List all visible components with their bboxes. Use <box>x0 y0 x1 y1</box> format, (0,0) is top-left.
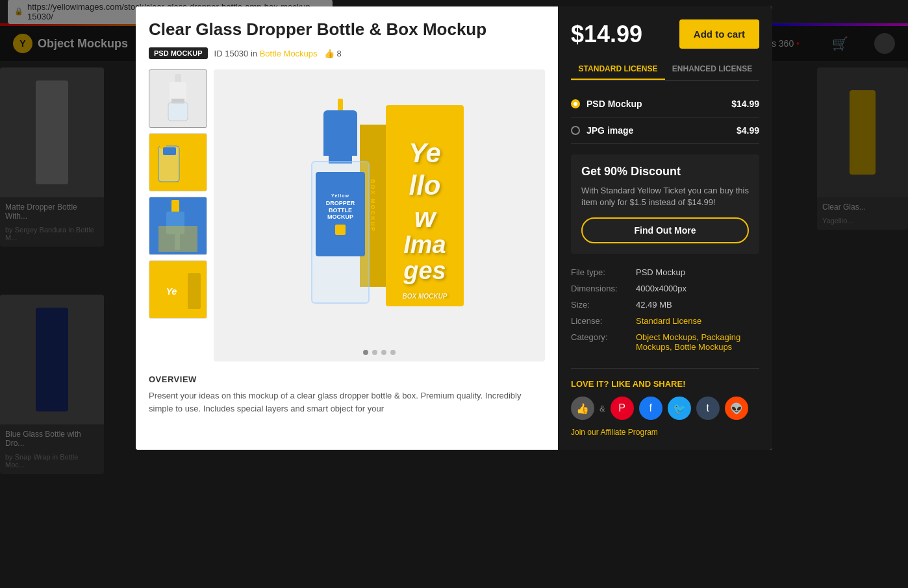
thumbnail-2[interactable] <box>149 133 207 191</box>
psd-badge: PSD MOCKUP <box>149 47 208 59</box>
discount-section: Get 90% Discount With Standard Yellow Ti… <box>571 154 759 254</box>
file-type-label: File type: <box>571 267 636 277</box>
license-value[interactable]: Standard License <box>636 316 701 326</box>
affiliate-program-link[interactable]: Affiliate Program <box>600 428 657 437</box>
find-out-more-button[interactable]: Find Out More <box>581 217 749 243</box>
reddit-button[interactable]: 👽 <box>725 397 748 420</box>
psd-mockup-option[interactable]: PSD Mockup $14.99 <box>571 91 759 117</box>
carousel-dot-3[interactable] <box>381 350 386 355</box>
love-section: LOVE IT? LIKE AND SHARE! 👍 & P f 🐦 t 👽 J… <box>571 368 759 437</box>
size-row: Size: 42.49 MB <box>571 297 759 313</box>
svg-rect-3 <box>168 103 188 121</box>
dimensions-value: 4000x4000px <box>636 284 687 293</box>
svg-text:Ye: Ye <box>409 138 441 168</box>
dropper-bottle: Yellow DROPPERBOTTLEMOCKUP <box>295 99 386 339</box>
overview-title: OVERVIEW <box>149 374 545 384</box>
svg-rect-7 <box>163 147 176 155</box>
psd-option-price: $14.99 <box>731 99 759 109</box>
discount-text: With Standard Yellow Ticket you can buy … <box>581 185 749 208</box>
dimensions-label: Dimensions: <box>571 284 636 293</box>
size-value: 42.49 MB <box>636 300 672 310</box>
product-modal: Clear Glass Dropper Bottle & Box Mockup … <box>136 6 772 450</box>
jpg-option-left: JPG image <box>571 125 633 136</box>
file-type-value: PSD Mockup <box>636 267 685 277</box>
social-buttons: 👍 & P f 🐦 t 👽 <box>571 397 759 420</box>
svg-rect-4 <box>178 140 197 182</box>
price-row: $14.99 Add to cart <box>571 19 759 49</box>
discount-title: Get 90% Discount <box>581 165 749 178</box>
license-label: License: <box>571 316 636 326</box>
category-link[interactable]: Bottle Mockups <box>260 49 318 58</box>
svg-rect-6 <box>160 140 166 149</box>
likes: 👍 8 <box>324 49 342 58</box>
thumbnails-column: Ye <box>149 69 207 361</box>
thumbnail-1[interactable] <box>149 69 207 128</box>
twitter-button[interactable]: 🐦 <box>668 397 691 420</box>
bottle-body: Yellow DROPPERBOTTLEMOCKUP <box>311 161 370 304</box>
like-share-text: LIKE AND SHARE! <box>611 379 685 389</box>
tumblr-button[interactable]: t <box>696 397 720 420</box>
thumbnail-3[interactable] <box>149 197 207 255</box>
license-row: License: Standard License <box>571 313 759 329</box>
category-value[interactable]: Object Mockups, Packaging Mockups, Bottl… <box>636 332 759 352</box>
carousel-dot-1[interactable] <box>363 350 368 355</box>
file-type-row: File type: PSD Mockup <box>571 264 759 280</box>
svg-rect-14 <box>188 273 201 309</box>
jpg-option[interactable]: JPG image $4.99 <box>571 117 759 144</box>
svg-rect-8 <box>171 200 179 213</box>
product-gallery: Ye Ye <box>149 69 545 361</box>
yellow-box: Ye llo w Ima ges BOX MOCKUP <box>386 105 464 306</box>
enhanced-license-tab[interactable]: ENHANCED LICENSE <box>665 59 759 80</box>
svg-text:llo: llo <box>409 170 441 201</box>
svg-rect-11 <box>158 226 197 252</box>
svg-text:Ye: Ye <box>166 286 177 297</box>
product-visual: Ye llo w Ima ges BOX MOCKUP <box>282 86 477 345</box>
facebook-button[interactable]: f <box>639 397 662 420</box>
psd-radio[interactable] <box>571 99 580 108</box>
category-row: Category: Object Mockups, Packaging Mock… <box>571 329 759 355</box>
ampersand: & <box>599 404 605 413</box>
size-label: Size: <box>571 300 636 310</box>
psd-option-left: PSD Mockup <box>571 99 642 109</box>
product-id: ID 15030 in Bottle Mockups <box>214 49 318 58</box>
svg-text:w: w <box>414 202 437 233</box>
category-label: Category: <box>571 332 636 352</box>
love-text: LOVE IT? LIKE AND SHARE! <box>571 379 759 389</box>
file-info-section: File type: PSD Mockup Dimensions: 4000x4… <box>571 264 759 355</box>
modal-right-panel: $14.99 Add to cart STANDARD LICENSE ENHA… <box>558 6 772 450</box>
yellow-box-text: Ye llo w Ima ges BOX MOCKUP <box>389 110 460 302</box>
license-tabs: STANDARD LICENSE ENHANCED LICENSE <box>571 59 759 80</box>
thumbnail-4[interactable]: Ye <box>149 260 207 319</box>
svg-text:ges: ges <box>403 257 446 284</box>
likes-icon: 👍 <box>324 49 334 58</box>
main-image-area: Ye llo w Ima ges BOX MOCKUP <box>214 69 545 361</box>
svg-text:BOX MOCKUP: BOX MOCKUP <box>403 293 448 299</box>
modal-left-panel: Clear Glass Dropper Bottle & Box Mockup … <box>136 6 558 450</box>
jpg-option-name: JPG image <box>586 125 633 136</box>
jpg-radio[interactable] <box>571 126 580 135</box>
svg-text:Ima: Ima <box>403 231 446 258</box>
standard-license-tab[interactable]: STANDARD LICENSE <box>571 59 665 80</box>
carousel-dot-4[interactable] <box>390 350 396 355</box>
product-title: Clear Glass Dropper Bottle & Box Mockup <box>149 19 545 40</box>
pinterest-button[interactable]: P <box>611 397 634 420</box>
modal-overlay: Clear Glass Dropper Bottle & Box Mockup … <box>0 0 908 588</box>
affiliate-link: Join our Affiliate Program <box>571 428 759 437</box>
overview-text: Present your ideas on this mockup of a c… <box>149 389 545 415</box>
add-to-cart-button[interactable]: Add to cart <box>679 19 759 49</box>
overview-section: OVERVIEW Present your ideas on this mock… <box>149 374 545 415</box>
main-image-placeholder: Ye llo w Ima ges BOX MOCKUP <box>214 69 545 361</box>
thumbs-up-button[interactable]: 👍 <box>571 397 594 420</box>
svg-rect-1 <box>170 82 186 101</box>
jpg-option-price: $4.99 <box>737 125 759 136</box>
carousel-dot-2[interactable] <box>372 350 377 355</box>
carousel-dots <box>214 350 545 355</box>
svg-rect-0 <box>175 74 181 83</box>
psd-option-name: PSD Mockup <box>586 99 642 109</box>
title-meta: PSD MOCKUP ID 15030 in Bottle Mockups 👍 … <box>149 47 545 59</box>
dimensions-row: Dimensions: 4000x4000px <box>571 280 759 297</box>
product-price: $14.99 <box>571 21 642 48</box>
